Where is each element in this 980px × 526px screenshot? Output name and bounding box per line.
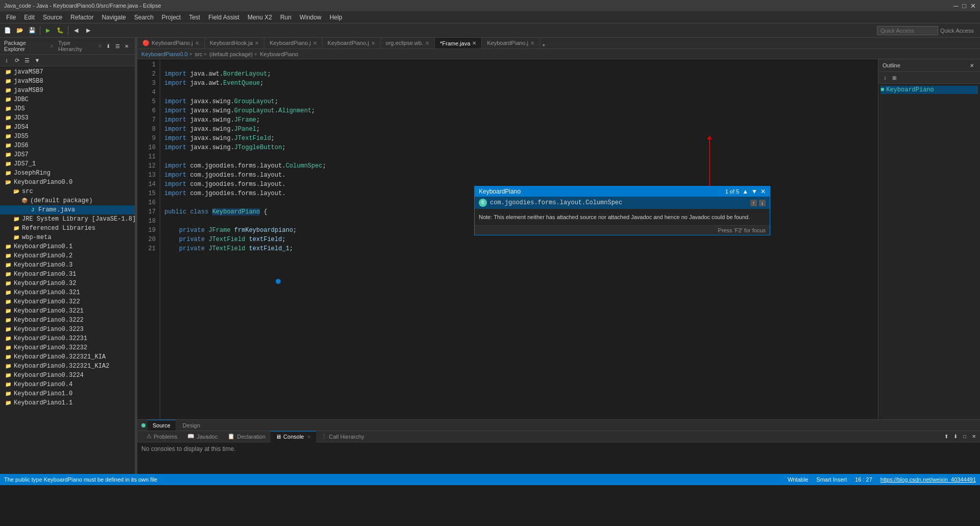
tree-item-keyboardpiano0-322321-kia[interactable]: 📁KeyboardPiano0.322321_KIA: [0, 352, 135, 362]
menu-edit[interactable]: Edit: [20, 13, 39, 22]
menu-project[interactable]: Project: [158, 13, 185, 22]
tree-item-keyboardpiano0-3223[interactable]: 📁KeyboardPiano0.3223: [0, 325, 135, 334]
menu-field-assist[interactable]: Field Assist: [204, 13, 243, 22]
tree-item-src[interactable]: 📂src: [0, 187, 135, 196]
code-editor[interactable]: 12345 678910 1112131415 1617181920 21 im…: [137, 59, 878, 419]
breadcrumb-class[interactable]: KeyboardPiano: [260, 51, 298, 57]
tree-item-jdbc[interactable]: 📁JDBC: [0, 95, 135, 104]
tab-keyboard-piano-2[interactable]: KeyboardPiano.j✕: [264, 38, 323, 49]
ac-up-btn[interactable]: ▲: [742, 188, 748, 195]
ac-close-btn[interactable]: ✕: [761, 188, 766, 195]
tree-item-keyboardpiano0-32[interactable]: 📁KeyboardPiano0.32: [0, 279, 135, 288]
tab-declaration[interactable]: 📋 Declaration: [223, 431, 271, 442]
menu-menu-x2[interactable]: Menu X2: [243, 13, 276, 22]
pe-close-btn[interactable]: ✕: [122, 42, 131, 50]
menu-window[interactable]: Window: [296, 13, 326, 22]
tree-item-keyboardpiano0-32232[interactable]: 📁KeyboardPiano0.32232: [0, 343, 135, 352]
tree-item-javamsb7[interactable]: 📁javaMSB7: [0, 67, 135, 77]
outline-class-item[interactable]: ■ KeyboardPiano: [880, 86, 978, 94]
tree-item-keyboardpiano0-32231[interactable]: 📁KeyboardPiano0.32231: [0, 334, 135, 343]
ac-search-input[interactable]: [479, 188, 581, 195]
editor-design-tab[interactable]: Design: [178, 420, 205, 431]
menu-search[interactable]: Search: [130, 13, 158, 22]
pe-toolbar-btn1[interactable]: ↕: [2, 56, 11, 65]
tree-item--default-package-[interactable]: 📦(default package): [0, 196, 135, 205]
tab-problems[interactable]: ⚠ Problems: [141, 431, 182, 442]
tree-item-jds4[interactable]: 📁JDS4: [0, 123, 135, 132]
tree-item-keyboardpiano1-1[interactable]: 📁KeyboardPiano1.1: [0, 398, 135, 408]
code-content[interactable]: import java.awt.BorderLayout; import jav…: [160, 59, 878, 419]
toolbar-run-btn[interactable]: ▶: [42, 25, 54, 36]
tree-item-keyboardpiano1-0[interactable]: 📁KeyboardPiano1.0: [0, 389, 135, 398]
tab-frame-java[interactable]: *Frame.java✕: [435, 38, 482, 49]
tree-item-josephring[interactable]: 📁JosephRing: [0, 169, 135, 178]
bottom-panel-btn1[interactable]: ⬆: [942, 433, 950, 441]
menu-source[interactable]: Source: [39, 13, 66, 22]
outline-close-btn[interactable]: ✕: [968, 61, 976, 69]
outline-sort-btn[interactable]: ↕: [880, 73, 890, 82]
bottom-panel-btn3[interactable]: □: [961, 433, 969, 441]
tab-keyboard-hook[interactable]: KeyboardHook.ja✕: [205, 38, 264, 49]
tree-item-keyboardpiano0-1[interactable]: 📁KeyboardPiano0.1: [0, 242, 135, 251]
pe-menu-btn[interactable]: ☰: [113, 42, 121, 50]
tree-item-jds6[interactable]: 📁JDS6: [0, 141, 135, 150]
menu-refactor[interactable]: Refactor: [66, 13, 97, 22]
tree-item-keyboardpiano0-31[interactable]: 📁KeyboardPiano0.31: [0, 270, 135, 279]
ac-import-btn[interactable]: ↑: [750, 200, 757, 206]
tree-item-javamsb9[interactable]: 📁javaMSB9: [0, 86, 135, 95]
tree-item-keyboardpiano0-322321-kia2[interactable]: 📁KeyboardPiano0.322321_KIA2: [0, 362, 135, 371]
menu-run[interactable]: Run: [276, 13, 296, 22]
tree-item-javamsb8[interactable]: 📁javaMSB8: [0, 77, 135, 86]
tab-keyboard-piano-4[interactable]: KeyboardPiano.j✕: [482, 38, 540, 49]
tree-item-frame-java[interactable]: JFrame.java: [0, 205, 135, 214]
title-bar-controls[interactable]: ─ □ ✕: [953, 2, 976, 10]
menu-test[interactable]: Test: [185, 13, 204, 22]
ac-action-btn[interactable]: ↓: [759, 200, 766, 206]
tab-console[interactable]: 🖥 Console ✕: [271, 431, 316, 442]
tree-item-keyboardpiano0-3221[interactable]: 📁KeyboardPiano0.3221: [0, 306, 135, 316]
tree-item-keyboardpiano0-322[interactable]: 📁KeyboardPiano0.322: [0, 297, 135, 306]
tree-item-keyboardpiano0-4[interactable]: 📁KeyboardPiano0.4: [0, 380, 135, 389]
breadcrumb-project[interactable]: KeyboardPiano0.0: [141, 51, 188, 57]
quick-access-input[interactable]: [877, 26, 938, 35]
maximize-button[interactable]: □: [962, 2, 966, 10]
toolbar-new-btn[interactable]: 📄: [2, 25, 13, 36]
bottom-panel-btn2[interactable]: ⬇: [951, 433, 960, 441]
tree-item-jre-system-library--javase-1-8-[interactable]: 📁JRE System Library [JavaSE-1.8]: [0, 214, 135, 224]
tree-item-jds5[interactable]: 📁JDS5: [0, 132, 135, 141]
ac-selected-item[interactable]: C com.jgoodies.forms.layout.ColumnSpec ↑…: [475, 197, 770, 209]
tab-keyboard-piano-1[interactable]: 🔴KeyboardPiano.j✕: [137, 38, 205, 49]
status-url[interactable]: https://blog.csdn.net/weixin_40344491: [880, 476, 976, 483]
tree-item-keyboardpiano0-3224[interactable]: 📁KeyboardPiano0.3224: [0, 371, 135, 380]
type-hierarchy-tab[interactable]: Type Hierarchy: [58, 40, 93, 52]
tree-item-keyboardpiano0-2[interactable]: 📁KeyboardPiano0.2: [0, 251, 135, 260]
toolbar-debug-btn[interactable]: 🐛: [55, 25, 66, 36]
tree-item-keyboardpiano0-3[interactable]: 📁KeyboardPiano0.3: [0, 260, 135, 270]
tab-javadoc[interactable]: 📖 Javadoc: [182, 431, 223, 442]
bottom-panel-close-btn[interactable]: ✕: [970, 433, 978, 441]
tree-item-keyboardpiano0-3222[interactable]: 📁KeyboardPiano0.3222: [0, 316, 135, 325]
tab-call-hierarchy[interactable]: ⋮ Call Hierarchy: [316, 431, 369, 442]
tree-item-wbp-meta[interactable]: 📁wbp-meta: [0, 233, 135, 242]
outline-filter-btn[interactable]: ⊞: [890, 73, 899, 82]
tree-item-jds[interactable]: 📁JDS: [0, 104, 135, 113]
menu-file[interactable]: File: [2, 13, 20, 22]
toolbar-fwd-btn[interactable]: ▶: [83, 25, 94, 36]
breadcrumb-src[interactable]: src: [195, 51, 203, 57]
minimize-button[interactable]: ─: [953, 2, 958, 10]
breadcrumb-package[interactable]: (default package): [209, 51, 253, 57]
tree-item-referenced-libraries[interactable]: 📁Referenced Libraries: [0, 224, 135, 233]
pe-toolbar-btn2[interactable]: ⟳: [12, 56, 21, 65]
tree-item-keyboardpiano0-321[interactable]: 📁KeyboardPiano0.321: [0, 288, 135, 297]
tab-org-eclipse[interactable]: org.eclipse.wb.✕: [381, 38, 435, 49]
pe-toolbar-btn3[interactable]: ☰: [22, 56, 32, 65]
pe-toolbar-btn4[interactable]: ▼: [33, 56, 42, 65]
pe-collapse-btn[interactable]: ⬇: [104, 42, 112, 50]
toolbar-save-btn[interactable]: 💾: [27, 25, 38, 36]
menu-help[interactable]: Help: [326, 13, 347, 22]
menu-navigate[interactable]: Navigate: [97, 13, 130, 22]
tree-item-jds3[interactable]: 📁JDS3: [0, 113, 135, 123]
tree-item-keyboardpiano0-0[interactable]: 📂KeyboardPiano0.0: [0, 178, 135, 187]
gutter-breakpoint-marker[interactable]: [276, 279, 281, 284]
tree-item-jds7[interactable]: 📁JDS7: [0, 150, 135, 159]
